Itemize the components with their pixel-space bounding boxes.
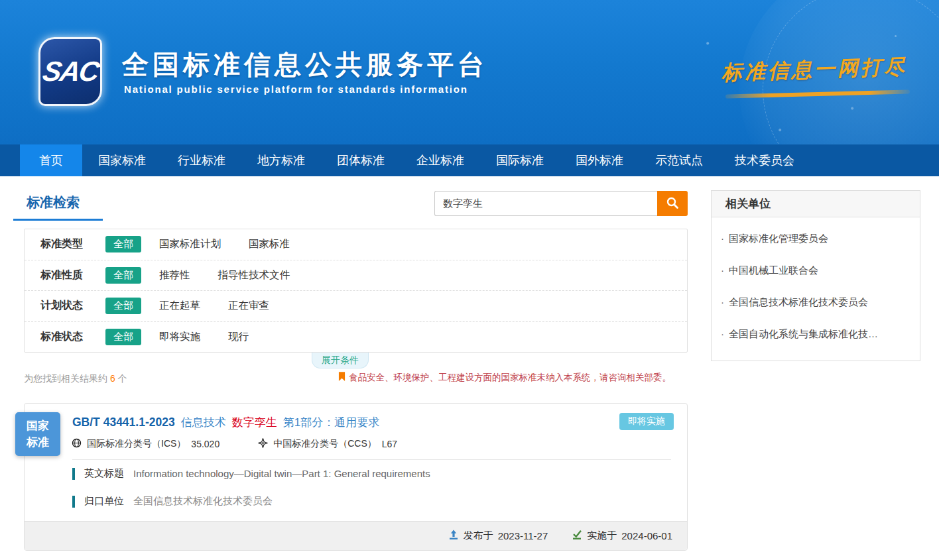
sidebar-item-it-standardization-committee[interactable]: ·全国信息技术标准化技术委员会: [721, 286, 910, 318]
filter-all-button[interactable]: 全部: [105, 236, 141, 252]
published-date: 2023-11-27: [498, 530, 548, 541]
sac-logo[interactable]: SAC: [38, 37, 102, 106]
globe-icon: [72, 438, 82, 450]
ccs-group: 中国标准分类号（CCS） L67: [258, 438, 397, 450]
main-nav: 首页 国家标准 行业标准 地方标准 团体标准 企业标准 国际标准 国外标准 示范…: [0, 144, 939, 176]
national-standard-badge[interactable]: 国家 标准: [15, 412, 60, 456]
status-badge: 即将实施: [619, 413, 674, 430]
nav-item-pilot-demo[interactable]: 示范试点: [639, 144, 719, 176]
filter-option[interactable]: 指导性技术文件: [218, 268, 290, 282]
ccs-value: L67: [382, 439, 397, 449]
filter-label: 标准状态: [40, 330, 94, 344]
classification-row: 国际标准分类号（ICS） 35.020 中国标准分类号（CCS） L67: [72, 438, 397, 450]
nav-item-group-standards[interactable]: 团体标准: [321, 144, 401, 176]
sidebar-item-automation-systems-committee[interactable]: ·全国自动化系统与集成标准化技…: [721, 318, 910, 350]
standard-result-card: 国家 标准 GB/T 43441.1-2023 信息技术 数字孪生 第1部分：通…: [24, 403, 688, 551]
nav-item-foreign-standards[interactable]: 国外标准: [560, 144, 639, 176]
site-title: 全国标准信息公共服务平台: [122, 46, 488, 83]
search-button[interactable]: [657, 191, 688, 216]
page: SAC 全国标准信息公共服务平台 National public service…: [0, 0, 939, 560]
ics-value: 35.020: [191, 439, 219, 449]
page-title-underline: [13, 219, 103, 221]
filter-row-standard-nature: 标准性质 全部 推荐性 指导性技术文件: [25, 260, 687, 291]
search-icon: [666, 196, 679, 211]
nav-item-international-standards[interactable]: 国际标准: [480, 144, 560, 176]
nav-item-industry-standards[interactable]: 行业标准: [162, 144, 241, 176]
notice-text: 食品安全、环境保护、工程建设方面的国家标准未纳入本系统，请咨询相关部委。: [349, 372, 671, 384]
page-title: 标准检索: [27, 194, 80, 211]
bullet-dot: ·: [721, 328, 724, 339]
sac-logo-text: SAC: [40, 56, 100, 87]
filter-label: 标准性质: [40, 268, 94, 282]
nav-item-national-standards[interactable]: 国家标准: [82, 144, 162, 176]
sidebar-item-machinery-federation[interactable]: ·中国机械工业联合会: [721, 254, 910, 286]
english-title-field: 英文标题 Information technology—Digital twin…: [72, 467, 430, 480]
expand-conditions-button[interactable]: 展开条件: [312, 353, 369, 368]
nav-item-enterprise-standards[interactable]: 企业标准: [401, 144, 480, 176]
compass-icon: [258, 438, 268, 450]
filter-option[interactable]: 国家标准: [249, 237, 290, 251]
filter-option[interactable]: 国家标准计划: [159, 237, 221, 251]
competent-unit-field: 归口单位 全国信息技术标准化技术委员会: [72, 495, 273, 508]
filter-row-standard-type: 标准类型 全部 国家标准计划 国家标准: [25, 229, 687, 260]
upload-icon: [448, 530, 459, 542]
filter-option[interactable]: 推荐性: [159, 268, 190, 282]
results-count: 6: [110, 373, 115, 384]
ics-label: 国际标准分类号（ICS）: [87, 438, 186, 450]
sidebar-item-sac[interactable]: ·国家标准化管理委员会: [721, 223, 910, 254]
related-organizations-list: ·国家标准化管理委员会 ·中国机械工业联合会 ·全国信息技术标准化技术委员会 ·…: [712, 217, 920, 361]
site-subtitle: National public service platform for sta…: [124, 84, 468, 95]
filter-option[interactable]: 即将实施: [159, 330, 200, 344]
card-divider: [72, 459, 671, 460]
related-organizations-panel: 相关单位 ·国家标准化管理委员会 ·中国机械工业联合会 ·全国信息技术标准化技术…: [711, 190, 920, 361]
system-notice: 食品安全、环境保护、工程建设方面的国家标准未纳入本系统，请咨询相关部委。: [338, 372, 671, 384]
check-icon: [572, 530, 582, 542]
filter-panel: 标准类型 全部 国家标准计划 国家标准 标准性质 全部 推荐性 指导性技术文件 …: [24, 229, 688, 353]
bullet-dot: ·: [721, 264, 724, 276]
implemented-date: 2024-06-01: [621, 530, 672, 541]
field-accent-bar: [72, 496, 75, 508]
field-accent-bar: [72, 468, 75, 480]
search-input[interactable]: [434, 191, 657, 216]
english-title-value: Information technology—Digital twin—Part…: [133, 468, 430, 479]
competent-unit-value: 全国信息技术标准化技术委员会: [133, 495, 273, 508]
filter-label: 标准类型: [40, 237, 94, 251]
filter-row-standard-status: 标准状态 全部 即将实施 现行: [25, 321, 687, 353]
nav-item-local-standards[interactable]: 地方标准: [241, 144, 321, 176]
filter-label: 计划状态: [40, 299, 94, 313]
related-organizations-title: 相关单位: [712, 191, 920, 217]
header-banner: SAC 全国标准信息公共服务平台 National public service…: [0, 0, 939, 144]
card-footer: 发布于 2023-11-27 实施于 2024-06-01: [25, 521, 687, 550]
published-date-group: 发布于 2023-11-27: [448, 530, 548, 542]
filter-option[interactable]: 正在起草: [159, 299, 200, 313]
filter-all-button[interactable]: 全部: [105, 298, 141, 314]
nav-item-home[interactable]: 首页: [20, 144, 82, 176]
filter-option[interactable]: 正在审查: [228, 299, 269, 313]
standard-title-part2[interactable]: 第1部分：通用要求: [283, 415, 379, 430]
ccs-label: 中国标准分类号（CCS）: [273, 438, 377, 450]
implemented-date-group: 实施于 2024-06-01: [572, 530, 672, 542]
search-box: [434, 191, 688, 216]
standard-title-part1[interactable]: 信息技术: [181, 415, 226, 430]
bookmark-icon: [338, 372, 345, 384]
filter-all-button[interactable]: 全部: [105, 267, 141, 284]
bullet-dot: ·: [721, 233, 724, 244]
filter-option[interactable]: 现行: [228, 330, 249, 344]
bullet-dot: ·: [721, 296, 724, 308]
standard-title-highlight[interactable]: 数字孪生: [232, 415, 277, 430]
standard-title-row: GB/T 43441.1-2023 信息技术 数字孪生 第1部分：通用要求: [72, 415, 379, 430]
results-summary: 为您找到相关结果约6个: [24, 373, 127, 385]
standard-code-link[interactable]: GB/T 43441.1-2023: [72, 416, 175, 429]
filter-all-button[interactable]: 全部: [105, 329, 141, 345]
nav-item-technical-committee[interactable]: 技术委员会: [719, 144, 810, 176]
filter-row-plan-status: 计划状态 全部 正在起草 正在审查: [25, 290, 687, 321]
